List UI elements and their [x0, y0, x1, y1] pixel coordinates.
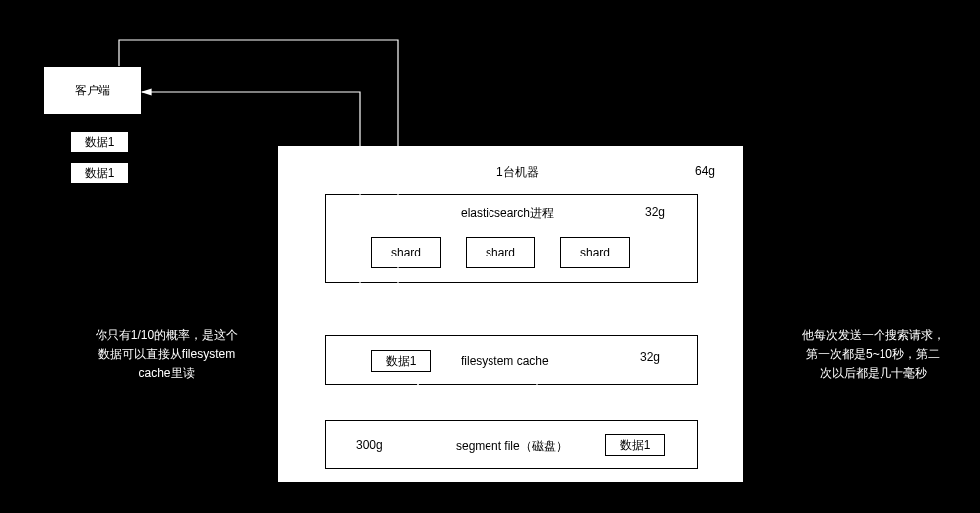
data-item-1-label: 数据1: [85, 134, 115, 151]
es-process-title: elasticsearch进程: [461, 205, 554, 222]
note-right: 他每次发送一个搜索请求， 第一次都是5~10秒，第二 次以后都是几十毫秒: [786, 326, 960, 384]
segment-title: segment file（磁盘）: [456, 438, 568, 455]
note-left: 你只有1/10的概率，是这个 数据可以直接从filesystem cache里读: [80, 326, 254, 384]
segment-prefix: 300g: [356, 438, 383, 452]
data-item-2: 数据1: [70, 162, 129, 184]
segment-data: 数据1: [605, 434, 665, 456]
fs-cache-title: filesystem cache: [461, 354, 549, 368]
shard-2: shard: [466, 237, 535, 268]
note-right-l1: 他每次发送一个搜索请求，: [802, 328, 945, 342]
note-left-l3: cache里读: [138, 366, 194, 380]
machine-title: 1台机器: [496, 164, 539, 181]
fs-cache-mem: 32g: [640, 350, 660, 364]
machine-mem: 64g: [695, 164, 715, 178]
es-process-mem: 32g: [645, 205, 665, 219]
client-box: 客户端: [43, 66, 142, 115]
shard-1: shard: [371, 237, 441, 268]
fs-cache-box: 数据1 filesystem cache 32g: [325, 335, 698, 385]
note-left-l2: 数据可以直接从filesystem: [98, 347, 235, 361]
shard-3: shard: [560, 237, 630, 268]
note-right-l2: 第一次都是5~10秒，第二: [806, 347, 940, 361]
shard-2-label: shard: [486, 246, 515, 259]
segment-box: 300g segment file（磁盘） 数据1: [325, 420, 698, 469]
machine-box: 1台机器 64g elasticsearch进程 32g shard shard…: [277, 145, 744, 483]
client-label: 客户端: [75, 83, 110, 99]
segment-data-label: 数据1: [620, 437, 651, 454]
fs-cache-data-label: 数据1: [386, 353, 417, 370]
note-left-l1: 你只有1/10的概率，是这个: [96, 328, 238, 342]
fs-cache-data: 数据1: [371, 350, 431, 372]
es-process-box: elasticsearch进程 32g shard shard shard: [325, 194, 698, 283]
shard-1-label: shard: [391, 246, 421, 259]
shard-3-label: shard: [580, 246, 610, 259]
data-item-1: 数据1: [70, 131, 129, 153]
note-right-l3: 次以后都是几十毫秒: [820, 366, 927, 380]
data-item-2-label: 数据1: [85, 165, 115, 182]
